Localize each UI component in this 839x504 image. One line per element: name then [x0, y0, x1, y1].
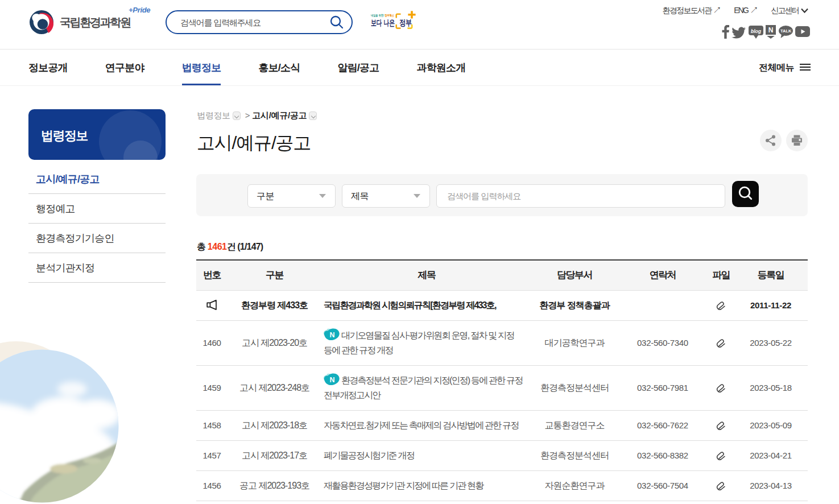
- svg-text:TALK: TALK: [780, 28, 792, 34]
- svg-text:blog: blog: [751, 28, 762, 34]
- svg-text:보다 나은: 보다 나은: [371, 18, 395, 27]
- svg-text:N: N: [768, 26, 774, 34]
- svg-text:내일을 위한! 정부혁신: 내일을 위한! 정부혁신: [371, 14, 394, 18]
- svg-text:정부: 정부: [399, 18, 412, 27]
